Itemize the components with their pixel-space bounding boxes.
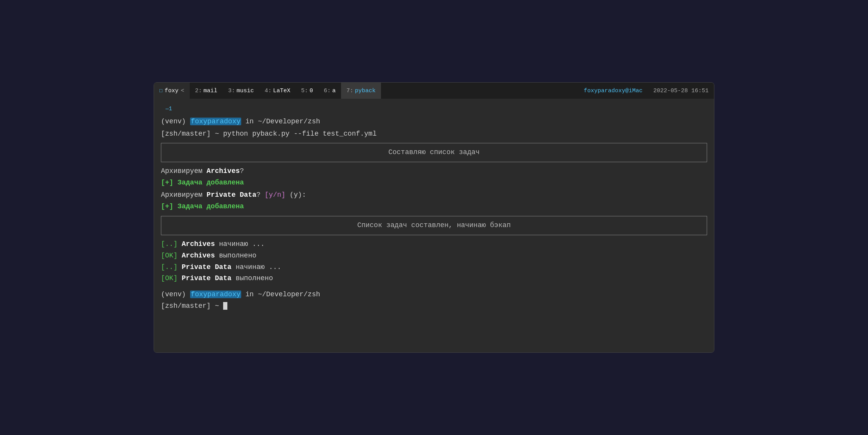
log-bold-1: Archives	[182, 252, 215, 259]
prompt-path-1: in ~/Developer/zsh	[245, 118, 320, 125]
archive-label-2: Архивируем	[161, 191, 207, 199]
tab-mail[interactable]: 2: mail	[190, 83, 223, 99]
username-1: foxyparadoxy	[190, 118, 242, 125]
venv-label-1: (venv)	[161, 118, 186, 125]
command-line-1: [zsh/master] ~ python pyback.py --file t…	[161, 129, 707, 139]
log-rest-2: начинаю ...	[235, 263, 281, 271]
prompt-path-2: in ~/Developer/zsh	[245, 291, 320, 298]
tab-pyback[interactable]: 7: pyback	[341, 83, 381, 99]
log-bold-0: Archives	[182, 240, 215, 248]
prompt-line-2: (venv) foxyparadoxy in ~/Developer/zsh	[161, 289, 707, 300]
log-line-1: [OK] Archives выполнено	[161, 251, 707, 261]
tab-label-latex: LaTeX	[273, 88, 290, 94]
archive-label-1: Архивируем	[161, 167, 207, 175]
status-box-1: Составляю список задач	[161, 143, 707, 162]
tab-latex[interactable]: 4: LaTeX	[259, 83, 296, 99]
task-added-line-2: [+] Задача добавлена	[161, 201, 707, 212]
log-line-0: [..] Archives начинаю ...	[161, 239, 707, 250]
command-line-2: [zsh/master] ~	[161, 301, 707, 312]
archive-prompt-1: Архивируем Archives?	[161, 166, 707, 177]
log-bold-2: Private Data	[182, 263, 232, 271]
log-rest-3: выполнено	[235, 274, 273, 282]
log-prefix-1: [OK]	[161, 252, 177, 259]
archive-bold-2: Private Data	[207, 191, 257, 199]
tab-a[interactable]: 6: a	[318, 83, 341, 99]
tab-num-a: 6:	[324, 88, 331, 94]
tab-num-latex: 4:	[265, 88, 272, 94]
log-line-2: [..] Private Data начинаю ...	[161, 262, 707, 273]
log-rest-1: выполнено	[219, 252, 256, 259]
tab-label-a: a	[332, 88, 336, 94]
tab-num-0: 5:	[301, 88, 308, 94]
log-rest-0: начинаю ...	[219, 240, 265, 248]
tab-datetime: 2022-05-28 16:51	[648, 88, 714, 94]
tab-music[interactable]: 3: music	[223, 83, 259, 99]
terminal-body: —1 (venv) foxyparadoxy in ~/Developer/zs…	[154, 99, 714, 352]
tab-separator: <	[181, 88, 184, 94]
log-bold-3: Private Data	[182, 274, 232, 282]
tab-foxy[interactable]: □ foxy <	[154, 83, 190, 99]
log-line-3: [OK] Private Data выполнено	[161, 273, 707, 284]
archive-bold-1: Archives	[207, 167, 240, 175]
tab-label-mail: mail	[204, 88, 217, 94]
tab-label-0: 0	[310, 88, 313, 94]
archive-yn-1: ?	[240, 167, 244, 175]
tab-0[interactable]: 5: 0	[296, 83, 318, 99]
terminal-window: □ foxy < 2: mail 3: music 4: LaTeX 5: 0 …	[154, 82, 714, 353]
status-box-2: Список задач составлен, начинаю бэкап	[161, 216, 707, 235]
status-text-1: Составляю список задач	[388, 148, 480, 156]
log-prefix-2: [..]	[161, 263, 177, 271]
prompt-line-1: (venv) foxyparadoxy in ~/Developer/zsh	[161, 116, 707, 127]
archive-yn-2: ? [y/n] (y):	[256, 191, 306, 199]
tab-bar: □ foxy < 2: mail 3: music 4: LaTeX 5: 0 …	[154, 83, 714, 99]
tab-user: foxyparadoxy@iMac	[578, 88, 648, 94]
cmd-2: [zsh/master] ~	[161, 302, 223, 310]
username-2: foxyparadoxy	[190, 291, 242, 298]
tab-num-mail: 2:	[195, 88, 202, 94]
tab-label-pyback: pyback	[355, 88, 376, 94]
cursor	[223, 302, 227, 310]
archive-prompt-2: Архивируем Private Data? [y/n] (y):	[161, 190, 707, 201]
status-text-2: Список задач составлен, начинаю бэкап	[357, 221, 511, 229]
line-indicator: —1	[161, 103, 707, 116]
tab-label-music: music	[237, 88, 254, 94]
task-added-1: [+] Задача добавлена	[161, 179, 244, 186]
tab-num-pyback: 7:	[346, 88, 353, 94]
cmd-1: [zsh/master] ~ python pyback.py --file t…	[161, 130, 377, 138]
task-added-2: [+] Задача добавлена	[161, 203, 244, 210]
log-prefix-0: [..]	[161, 240, 177, 248]
tab-num-music: 3:	[228, 88, 235, 94]
venv-label-2: (venv)	[161, 291, 186, 298]
log-prefix-3: [OK]	[161, 274, 177, 282]
task-added-line-1: [+] Задача добавлена	[161, 178, 707, 188]
tab-label-foxy: foxy	[165, 88, 179, 94]
tab-icon-foxy: □	[159, 88, 162, 94]
